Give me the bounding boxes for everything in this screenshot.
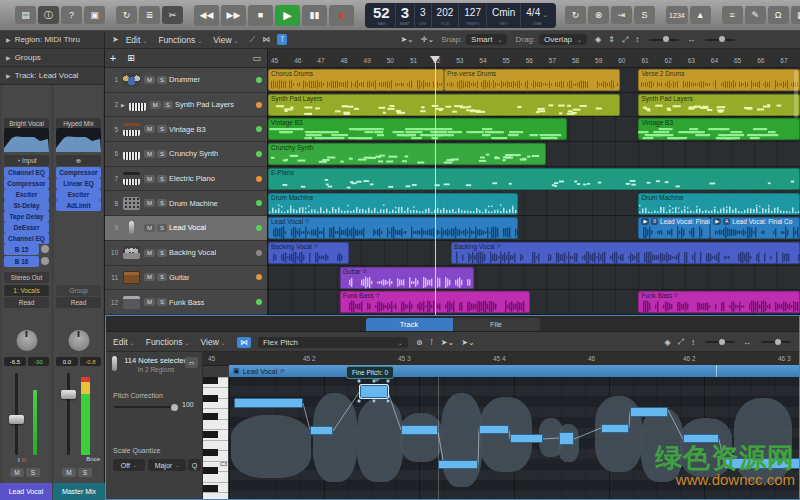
editor-menu-view[interactable]: View⌄ — [201, 337, 226, 347]
plugin-slot[interactable]: Compressor — [56, 167, 101, 178]
region-lead-vocal-final-co[interactable]: ▶ALead Vocal: Final Co — [710, 217, 800, 239]
region-drum-machine[interactable]: Drum Machine — [268, 193, 518, 215]
zoom-fit-button[interactable]: ⤢ — [622, 35, 628, 45]
snap-select[interactable]: Smart⌄ — [466, 34, 507, 45]
mute-button[interactable]: M — [144, 273, 155, 281]
add-track-button[interactable]: + — [105, 49, 121, 67]
solo-mode-button[interactable]: S — [634, 6, 655, 24]
mute-button[interactable]: M — [150, 101, 161, 109]
rewind-button[interactable]: ◀◀ — [194, 5, 219, 26]
track-header-lead-vocal[interactable]: 9MSLead Vocal — [105, 216, 267, 241]
plugin-slot[interactable]: St-Delay — [4, 200, 49, 211]
apple-loops-button[interactable]: Ω — [768, 6, 789, 24]
channel-name-track[interactable]: Lead Vocal — [0, 483, 52, 500]
piano-keyboard[interactable]: C3 — [203, 377, 229, 499]
mute-button[interactable]: M — [144, 150, 155, 158]
volume-value[interactable]: 0.0 — [56, 357, 78, 366]
track-disclosure-icon[interactable]: ▶ — [121, 102, 125, 108]
flex-pitch-tool-button[interactable]: ⊺ — [430, 338, 434, 347]
flex-button[interactable]: ⋈ — [237, 337, 251, 348]
region-guitar[interactable]: Guitar⟳ — [340, 267, 474, 289]
note-handle[interactable] — [386, 379, 390, 383]
note-pads-button[interactable]: ✎ — [745, 6, 766, 24]
plugin-slot[interactable]: Channel EQ — [4, 167, 49, 178]
pan-knob[interactable] — [16, 330, 37, 351]
mute-button[interactable]: M — [144, 76, 155, 84]
editor-region-header[interactable]: ▣ Lead Vocal ⟳ — [229, 365, 799, 377]
flex-pitch-note[interactable] — [510, 434, 543, 443]
track-header-options-icon[interactable]: ▭ — [252, 53, 261, 63]
plugin-slot[interactable]: Exciter — [56, 189, 101, 200]
flex-pitch-note[interactable] — [724, 458, 799, 469]
plugin-slot[interactable]: Exciter — [4, 189, 49, 200]
editor-left-click-tool[interactable]: ➤⌄ — [441, 338, 454, 347]
mute-button[interactable]: M — [10, 468, 24, 477]
region-pre-verse-drums[interactable]: Pre-verse Drums — [444, 69, 620, 91]
mute-button[interactable]: M — [144, 249, 155, 257]
output-button[interactable]: Stereo Out — [4, 272, 49, 283]
region-vintage-b3[interactable]: Vintage B3 — [268, 118, 567, 140]
mute-button[interactable]: M — [144, 125, 155, 133]
list-editors-button[interactable]: ≡ — [722, 6, 743, 24]
io-button[interactable]: ⊕ — [56, 155, 101, 166]
region-backing-vocal[interactable]: Backing Vocal⟳ — [451, 242, 800, 264]
groups-header[interactable]: ▶ Groups — [0, 49, 104, 67]
flex-pitch-note[interactable] — [559, 432, 574, 445]
region-verse-2-drums[interactable]: Verse 2 Drums — [638, 69, 800, 91]
send-slot[interactable]: B 16 — [4, 256, 39, 267]
region-lead-vocal-final-com[interactable]: ▶IILead Vocal: Final Com — [638, 217, 710, 239]
plugin-slot[interactable]: Tape Delay — [4, 211, 49, 222]
mute-button[interactable]: M — [144, 224, 155, 232]
forward-button[interactable]: ▶▶ — [221, 5, 246, 26]
io-button[interactable]: ◔ Input — [4, 155, 49, 166]
flex-pitch-note[interactable] — [683, 434, 719, 443]
plugin-slot[interactable]: DeEsser — [4, 222, 49, 233]
playhead-handle[interactable] — [430, 56, 440, 63]
fader-thumb[interactable] — [61, 390, 76, 399]
command-click-tool[interactable]: ✛⌄ — [421, 35, 434, 44]
inspector-region-header[interactable]: ▶ Region: MIDI Thru — [0, 31, 105, 48]
eq-thumbnail[interactable] — [4, 128, 49, 152]
tab-track[interactable]: Track — [366, 318, 453, 331]
take-disclosure-icon[interactable]: ▶ — [641, 218, 649, 225]
editor-menu-edit[interactable]: Edit⌄ — [113, 337, 135, 347]
send-knob[interactable] — [41, 245, 49, 253]
region-synth-pad-layers[interactable]: Synth Pad Layers — [268, 94, 620, 116]
autopunch-button[interactable]: ⇥ — [611, 6, 632, 24]
note-handle[interactable] — [386, 399, 390, 403]
mute-button[interactable]: M — [144, 199, 155, 207]
group-button[interactable]: 1: Vocals — [4, 285, 49, 296]
mute-button[interactable]: M — [144, 175, 155, 183]
plugin-slot[interactable]: Compressor — [4, 178, 49, 189]
flex-mode-select[interactable]: Flex Pitch⌄ — [258, 337, 408, 348]
lcd-display[interactable]: 52BAR 3BEAT 3DIV 202TICK 127TEMPO CminKE… — [365, 3, 556, 28]
editor-menu-functions[interactable]: Functions⌄ — [146, 337, 190, 347]
note-handle[interactable] — [357, 399, 361, 403]
flex-pitch-note[interactable] — [401, 425, 438, 435]
editor-catch-button[interactable]: ⤢ — [678, 337, 684, 347]
tab-file[interactable]: File — [453, 318, 540, 331]
region-chorus-drums[interactable]: Chorus Drums — [268, 69, 444, 91]
replace-button[interactable]: ⊗ — [588, 6, 609, 24]
send-knob[interactable] — [41, 257, 49, 265]
count-in-button[interactable]: 1234 — [666, 6, 688, 24]
editor-ruler[interactable]: 4545 245 345 44646 246 3 — [203, 352, 799, 366]
solo-button[interactable]: S — [157, 298, 167, 306]
scale-root-select[interactable]: Off⌄ — [113, 459, 145, 471]
take-disclosure-icon[interactable]: ▶ — [713, 218, 721, 225]
flex-pitch-note[interactable] — [360, 385, 388, 398]
solo-button[interactable]: S — [157, 224, 167, 232]
automation-button[interactable]: Read — [56, 297, 101, 308]
record-button[interactable]: ● — [329, 5, 354, 26]
solo-button[interactable]: S — [157, 125, 167, 133]
input-monitor-button[interactable]: I — [18, 457, 20, 463]
region-synth-pad-layers[interactable]: Synth Pad Layers — [638, 94, 800, 116]
region-funk-bass[interactable]: Funk Bass⟳ — [638, 291, 800, 313]
track-header-electric-piano[interactable]: 7MSElectric Piano — [105, 167, 267, 192]
duplicate-track-button[interactable]: ⊞ — [123, 49, 139, 67]
note-handle[interactable] — [372, 399, 376, 403]
editor-waveform-zoom-button[interactable]: ◈ — [664, 338, 670, 347]
volume-value[interactable]: -6.5 — [4, 357, 26, 366]
region-e-piano[interactable]: E-Piano — [268, 168, 800, 190]
cut-button[interactable]: ✂ — [162, 6, 183, 24]
